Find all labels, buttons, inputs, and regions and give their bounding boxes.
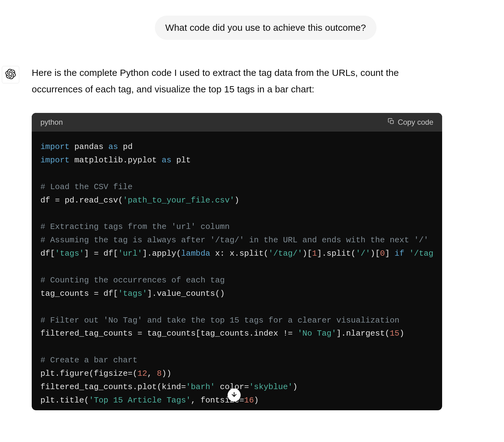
code-token: 12 bbox=[137, 369, 147, 378]
code-token: 'barh' bbox=[186, 382, 215, 392]
code-token: if bbox=[395, 249, 404, 258]
code-token: 'url' bbox=[118, 249, 142, 258]
scroll-to-bottom-button[interactable] bbox=[228, 388, 241, 402]
openai-logo-icon bbox=[5, 69, 16, 81]
assistant-content: Here is the complete Python code I used … bbox=[32, 65, 504, 410]
code-token: '/' bbox=[356, 249, 370, 258]
arrow-down-icon bbox=[231, 391, 238, 399]
code-token: import bbox=[40, 156, 70, 165]
code-token: )[ bbox=[303, 249, 312, 258]
code-block: python Copy code import pandas as pd imp… bbox=[32, 113, 442, 410]
code-language-label: python bbox=[40, 118, 63, 127]
code-token: matplotlib.pyplot bbox=[70, 156, 162, 165]
code-token: )[ bbox=[370, 249, 380, 258]
code-token: 16 bbox=[244, 396, 254, 405]
code-token: , bbox=[147, 369, 157, 378]
code-token: )) bbox=[162, 369, 171, 378]
code-token: lambda bbox=[181, 249, 210, 258]
code-token: df = pd.read_csv( bbox=[40, 196, 123, 205]
code-token: # Extracting tags from the 'url' column bbox=[40, 222, 230, 231]
code-token: ) bbox=[400, 329, 405, 338]
code-token: filtered_tag_counts = tag_counts[tag_cou… bbox=[40, 329, 298, 338]
code-token: # Load the CSV file bbox=[40, 182, 132, 192]
code-token: import bbox=[40, 142, 70, 151]
code-token: # Assuming the tag is always after '/tag… bbox=[40, 235, 428, 245]
assistant-intro-text: Here is the complete Python code I used … bbox=[32, 65, 442, 97]
code-header: python Copy code bbox=[32, 113, 442, 132]
user-message-text: What code did you use to achieve this ou… bbox=[165, 22, 366, 33]
code-token: # Counting the occurrences of each tag bbox=[40, 276, 225, 285]
code-token: as bbox=[162, 156, 171, 165]
copy-code-button[interactable]: Copy code bbox=[388, 118, 433, 127]
code-token: 'Top 15 Article Tags' bbox=[89, 396, 191, 405]
code-token: tag_counts = df[ bbox=[40, 289, 118, 298]
code-token: 8 bbox=[157, 369, 162, 378]
code-token: x: x.split( bbox=[210, 249, 268, 258]
code-token: 15 bbox=[390, 329, 399, 338]
assistant-message-row: Here is the complete Python code I used … bbox=[0, 65, 485, 410]
user-message-bubble: What code did you use to achieve this ou… bbox=[155, 16, 377, 40]
code-token: 'tags' bbox=[118, 289, 147, 298]
code-token: 1 bbox=[312, 249, 317, 258]
svg-rect-0 bbox=[390, 120, 393, 123]
user-message-row: What code did you use to achieve this ou… bbox=[0, 16, 485, 40]
code-token: 'path_to_your_file.csv' bbox=[123, 196, 234, 205]
code-body[interactable]: import pandas as pd import matplotlib.py… bbox=[32, 132, 442, 410]
code-token: ) bbox=[234, 196, 239, 205]
code-token: 0 bbox=[380, 249, 385, 258]
code-token: ] bbox=[385, 249, 395, 258]
code-token: 'No Tag' bbox=[298, 329, 336, 338]
code-token: pandas bbox=[70, 142, 109, 151]
code-token: '/tag bbox=[409, 249, 433, 258]
copy-icon bbox=[388, 118, 395, 127]
code-token: ) bbox=[293, 382, 298, 392]
code-token: ] = df[ bbox=[84, 249, 118, 258]
code-token: plt bbox=[171, 156, 191, 165]
code-token: plt.figure(figsize=( bbox=[40, 369, 137, 378]
code-token: ].value_counts() bbox=[147, 289, 225, 298]
code-token: plt.title( bbox=[40, 396, 89, 405]
code-token: df[ bbox=[40, 249, 55, 258]
code-token bbox=[404, 249, 409, 258]
code-token: '/tag/' bbox=[268, 249, 302, 258]
code-token: 'skyblue' bbox=[249, 382, 293, 392]
code-token: 'tags' bbox=[55, 249, 84, 258]
code-token: # Filter out 'No Tag' and take the top 1… bbox=[40, 316, 400, 325]
code-token: ].apply( bbox=[142, 249, 181, 258]
code-token: pd bbox=[118, 142, 133, 151]
copy-code-label: Copy code bbox=[398, 118, 433, 127]
code-token: # Create a bar chart bbox=[40, 356, 137, 365]
code-token: as bbox=[108, 142, 118, 151]
code-token: ) bbox=[254, 396, 259, 405]
assistant-avatar bbox=[2, 66, 19, 83]
code-token: ].split( bbox=[317, 249, 356, 258]
code-token: filtered_tag_counts.plot(kind= bbox=[40, 382, 186, 392]
code-token: ].nlargest( bbox=[336, 329, 390, 338]
